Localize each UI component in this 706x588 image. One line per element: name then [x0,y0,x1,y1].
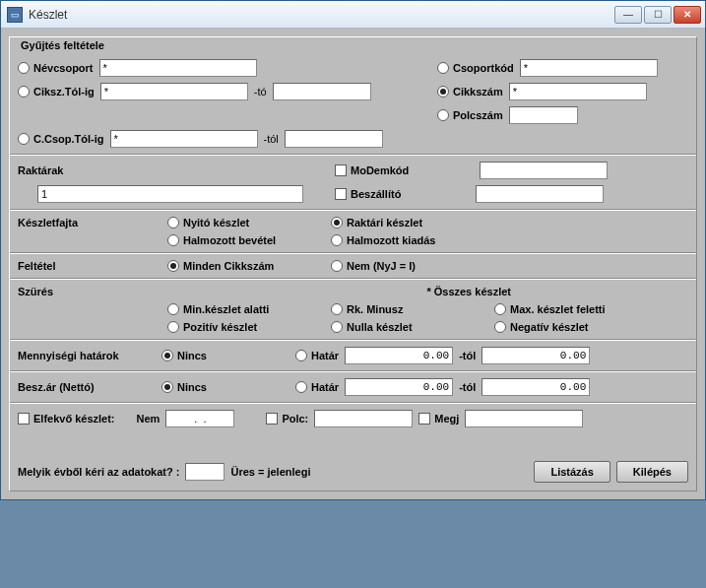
max-radio[interactable] [494,303,506,315]
raktari-radio-label[interactable]: Raktári készlet [331,217,488,229]
nem-radio-label[interactable]: Nem (NyJ = I) [331,260,488,272]
kilepes-button[interactable]: Kilépés [616,461,688,483]
elfekvo-check-label[interactable]: Elfekvő készlet: [18,413,115,425]
year-question-label: Melyik évből kéri az adatokat? : [18,466,179,478]
close-button[interactable]: ✕ [674,6,701,24]
csoportkod-input[interactable] [520,59,658,77]
menny-val2-input[interactable] [481,347,590,364]
nyito-label: Nyitó készlet [183,217,249,229]
cikkszam-radio-label[interactable]: Cikkszám [437,86,503,98]
elfekvo-check[interactable] [18,413,30,425]
max-radio-label[interactable]: Max. készlet feletti [494,303,652,315]
besz-hatar-radio[interactable] [295,381,307,393]
rk-radio-label[interactable]: Rk. Minusz [331,303,488,315]
separator [10,339,696,341]
ciksz-radio[interactable] [18,86,30,98]
max-label: Max. készlet feletti [510,303,606,315]
polcszam-input[interactable] [509,106,578,124]
raktari-radio[interactable] [331,217,343,229]
besz-nincs-radio[interactable] [161,381,173,393]
separator [10,278,696,280]
nem-radio[interactable] [331,260,343,272]
polc-check[interactable] [266,413,278,425]
megj-check-label[interactable]: Megj [418,413,459,425]
min-radio[interactable] [167,303,179,315]
modemkod-check[interactable] [335,164,347,176]
polc-label: Polc: [282,413,308,425]
beszallito-check[interactable] [335,188,347,200]
rk-radio[interactable] [331,303,343,315]
window: ▭ Készlet — ☐ ✕ Gyűjtés feltétele Névcso… [0,0,706,500]
megj-check[interactable] [418,413,430,425]
ccsop-radio-label[interactable]: C.Csop.Tól-ig [18,133,104,145]
ures-label: Üres = jelenlegi [230,466,310,478]
pozitiv-radio-label[interactable]: Pozitív készlet [167,321,325,333]
polc-check-label[interactable]: Polc: [266,413,308,425]
separator [10,209,696,211]
ccsop-from-input[interactable] [110,130,258,148]
raktarak-input[interactable] [37,185,303,203]
cikkszam-radio[interactable] [437,86,449,98]
main-groupbox: Gyűjtés feltétele Névcsoport Csoportkód [9,36,697,491]
besz-hatar-radio-label[interactable]: Határ [295,381,339,393]
minden-radio[interactable] [167,260,179,272]
separator [10,370,696,372]
menny-val1-input[interactable] [345,347,453,364]
nevcsoport-input[interactable] [99,59,257,77]
polc-input[interactable] [314,410,413,427]
ciksz-label: Ciksz.Tól-ig [33,86,95,98]
nevcsoport-radio-label[interactable]: Névcsoport [18,62,94,74]
halmbev-radio-label[interactable]: Halmozott bevétel [167,234,325,246]
menny-nincs-radio-label[interactable]: Nincs [161,350,289,361]
minden-radio-label[interactable]: Minden Cikkszám [167,260,325,272]
ciksz-radio-label[interactable]: Ciksz.Tól-ig [18,86,95,98]
beszallito-input[interactable] [476,185,604,203]
nyito-radio[interactable] [167,217,179,229]
modemkod-label: MoDemkód [351,164,409,176]
halmkiad-radio-label[interactable]: Halmozott kiadás [331,234,488,246]
nyito-radio-label[interactable]: Nyitó készlet [167,217,325,229]
ccsop-radio[interactable] [18,133,30,145]
besz-tol-label: -tól [459,381,476,393]
nulla-radio-label[interactable]: Nulla készlet [331,321,488,333]
modemkod-check-label[interactable]: MoDemkód [335,164,409,176]
modemkod-input[interactable] [480,162,608,179]
beszallito-label: Beszállító [351,188,401,200]
besz-nincs-radio-label[interactable]: Nincs [161,381,289,393]
halmkiad-radio[interactable] [331,234,343,246]
nulla-radio[interactable] [331,321,343,333]
feltetel-label: Feltétel [18,260,126,272]
cikkszam-input[interactable] [509,83,647,100]
menny-hatar-radio[interactable] [295,350,307,361]
nevcsoport-radio[interactable] [18,62,30,74]
csoportkod-radio-label[interactable]: Csoportkód [437,62,514,74]
halmbev-radio[interactable] [167,234,179,246]
menny-nincs-radio[interactable] [161,350,173,361]
csoportkod-radio[interactable] [437,62,449,74]
year-input[interactable] [185,463,225,481]
raktarak-label: Raktárak [18,164,126,176]
besz-val2-input[interactable] [481,378,590,396]
polcszam-radio-label[interactable]: Polcszám [437,109,503,121]
pozitiv-radio[interactable] [167,321,179,333]
csoportkod-label: Csoportkód [453,62,514,74]
negativ-radio[interactable] [494,321,506,333]
minimize-button[interactable]: — [614,6,642,24]
listazas-button[interactable]: Listázás [534,461,610,483]
beszallito-check-label[interactable]: Beszállító [335,188,401,200]
ccsop-to-label: -tól [264,133,279,145]
menny-hatar-radio-label[interactable]: Határ [295,350,339,361]
elfekvo-date-input[interactable] [165,410,234,427]
keszletfajta-label: Készletfajta [18,217,126,229]
megj-input[interactable] [465,410,583,427]
polcszam-radio[interactable] [437,109,449,121]
nevcsoport-label: Névcsoport [33,62,94,74]
ciksz-to-input[interactable] [273,83,371,100]
besz-val1-input[interactable] [345,378,453,396]
negativ-radio-label[interactable]: Negatív készlet [494,321,652,333]
min-radio-label[interactable]: Min.készlet alatti [167,303,325,315]
ciksz-from-input[interactable] [100,83,248,100]
ccsop-to-input[interactable] [285,130,383,148]
maximize-button[interactable]: ☐ [644,6,672,24]
osszes-label: * Összes készlet [426,286,511,297]
